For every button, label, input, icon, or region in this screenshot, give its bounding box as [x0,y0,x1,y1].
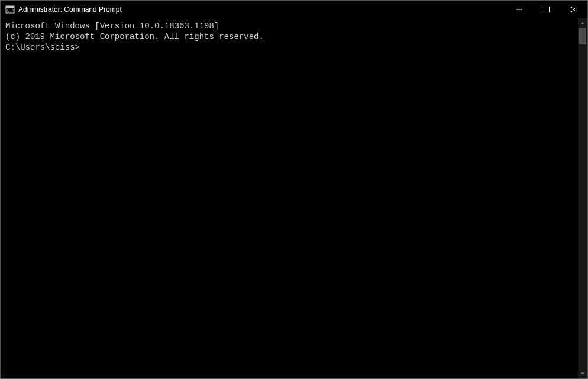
window-title: Administrator: Command Prompt [18,5,122,14]
prompt-line: C:\Users\sciss> [5,42,573,53]
scroll-up-arrow-icon[interactable] [578,18,587,28]
command-prompt-window: C:\ Administrator: Command Prompt [0,0,588,379]
close-button[interactable] [560,1,587,18]
cursor [80,43,85,52]
vertical-scrollbar[interactable] [578,18,587,378]
svg-text:C:\: C:\ [7,8,15,13]
titlebar[interactable]: C:\ Administrator: Command Prompt [1,1,587,18]
scroll-thumb[interactable] [579,28,586,44]
copyright-period: . [259,32,263,41]
content-area: Microsoft Windows [Version 10.0.18363.11… [1,18,587,378]
svg-rect-1 [6,6,14,8]
copyright-text: (c) 2019 Microsoft Corporation. All righ… [5,32,259,41]
window-controls [506,1,587,18]
scroll-track[interactable] [578,28,587,369]
svg-marker-8 [580,372,585,375]
cmd-icon: C:\ [5,5,15,14]
maximize-button[interactable] [533,1,560,18]
titlebar-left: C:\ Administrator: Command Prompt [5,5,122,14]
scroll-down-arrow-icon[interactable] [578,369,587,378]
copyright-line: (c) 2019 Microsoft Corporation. All righ… [5,31,573,42]
svg-marker-7 [580,22,585,24]
minimize-button[interactable] [506,1,533,18]
prompt-text: C:\Users\sciss> [5,43,80,52]
terminal-output[interactable]: Microsoft Windows [Version 10.0.18363.11… [1,18,578,378]
svg-rect-4 [544,7,550,12]
version-line: Microsoft Windows [Version 10.0.18363.11… [5,21,573,31]
